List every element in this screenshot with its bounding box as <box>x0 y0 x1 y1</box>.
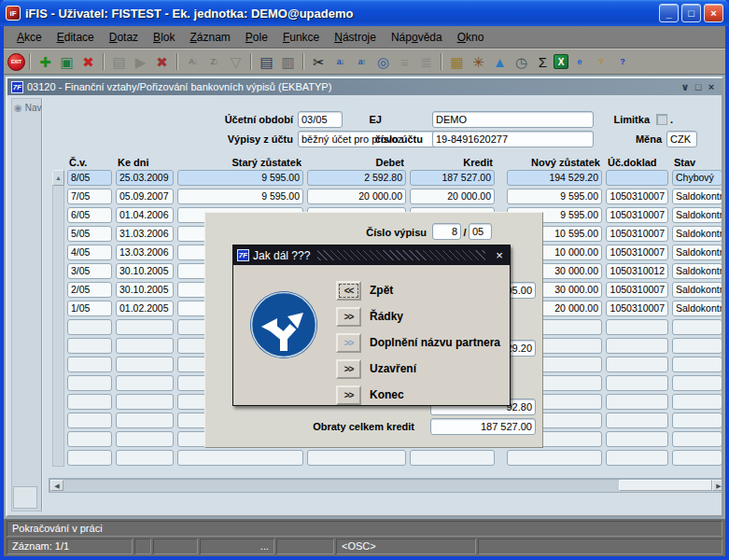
navigator-helm-icon[interactable]: ✳ <box>469 52 488 72</box>
menu-blok[interactable]: Blok <box>146 29 182 46</box>
table-cell[interactable]: 2 592.80 <box>307 170 406 186</box>
cut-icon[interactable]: ✂ <box>309 52 329 72</box>
table-cell[interactable] <box>67 431 112 447</box>
table-cell[interactable] <box>67 338 112 354</box>
execute-query-icon[interactable]: ▶ <box>131 52 150 72</box>
table-cell[interactable]: 1/05 <box>67 301 112 316</box>
table-cell[interactable] <box>606 431 668 447</box>
table-cell[interactable]: 2/05 <box>67 282 112 298</box>
table-cell[interactable] <box>116 394 174 410</box>
outline-list-icon[interactable]: ≡ <box>395 52 414 72</box>
table-cell[interactable] <box>606 413 668 428</box>
print-setup-icon[interactable]: ▥ <box>278 52 298 72</box>
table-cell[interactable]: 187 527.00 <box>410 170 495 186</box>
table-cell[interactable]: 8/05 <box>67 170 112 186</box>
dialog-button--dky[interactable]: >> <box>336 307 361 327</box>
table-cell[interactable] <box>672 319 722 335</box>
delete-record-icon[interactable]: ✖ <box>78 52 98 72</box>
editor-card-icon[interactable]: ▦ <box>447 52 467 72</box>
web-browser-icon[interactable]: e <box>569 52 589 72</box>
table-cell[interactable] <box>67 450 112 466</box>
table-cell[interactable]: 1050310007 <box>606 245 668 260</box>
scrollbar-thumb[interactable] <box>619 480 712 491</box>
table-cell[interactable] <box>672 394 722 410</box>
outline-tree-icon[interactable]: ≣ <box>416 52 436 72</box>
table-cell[interactable]: 4/05 <box>67 245 112 260</box>
table-cell[interactable]: 1050310007 <box>606 189 668 204</box>
scroll-left-icon[interactable]: ◀ <box>50 480 63 491</box>
table-cell[interactable] <box>606 319 668 335</box>
enter-query-icon[interactable]: ▤ <box>109 52 129 72</box>
form-restore-icon[interactable]: □ <box>692 81 705 92</box>
table-cell[interactable]: 01.02.2005 <box>116 301 174 316</box>
nav-toggle[interactable]: ◉Nav <box>12 99 41 117</box>
minimize-button[interactable]: _ <box>659 4 679 22</box>
table-cell[interactable] <box>67 357 112 372</box>
table-cell[interactable] <box>672 413 722 428</box>
cislo-uctu-field[interactable]: 19-8491620277 <box>432 131 594 147</box>
table-cell[interactable] <box>67 394 112 410</box>
menu-okno[interactable]: Okno <box>450 29 492 46</box>
table-cell[interactable]: 9 595.00 <box>507 189 602 204</box>
menu-npovda[interactable]: Nápověda <box>384 29 450 46</box>
form-close-icon[interactable]: × <box>705 81 718 92</box>
table-cell[interactable]: 30.10.2005 <box>116 263 174 279</box>
table-cell[interactable] <box>116 431 174 447</box>
table-cell[interactable] <box>67 375 112 391</box>
table-cell[interactable]: 20 000.00 <box>307 189 406 204</box>
table-cell[interactable] <box>116 375 174 391</box>
dialog-button-zp-t[interactable]: << <box>336 281 361 301</box>
table-cell[interactable] <box>606 394 668 410</box>
table-cell[interactable] <box>67 413 112 428</box>
paste-field-icon[interactable]: a↑ <box>352 52 372 72</box>
table-cell[interactable] <box>606 357 668 372</box>
menu-funkce[interactable]: Funkce <box>275 29 327 46</box>
table-cell[interactable]: Saldokontně <box>672 226 722 242</box>
table-cell[interactable]: 1050310007 <box>606 301 668 316</box>
table-cell[interactable]: 05.09.2007 <box>116 189 174 204</box>
dialog-button-uzav-en-[interactable]: >> <box>336 359 361 379</box>
current-record-arrow[interactable]: ▲ <box>52 170 64 186</box>
horizontal-scrollbar[interactable]: ◀ ▶ <box>49 478 722 493</box>
table-cell[interactable] <box>672 338 722 354</box>
table-cell[interactable]: Saldokontně <box>672 245 722 260</box>
ej-field[interactable]: DEMO <box>432 111 594 128</box>
table-cell[interactable]: 194 529.20 <box>507 170 602 186</box>
table-cell[interactable]: 25.03.2009 <box>116 170 174 186</box>
limitka-checkbox[interactable] <box>656 114 667 125</box>
table-cell[interactable]: 9 595.00 <box>177 170 303 186</box>
find-icon[interactable]: ◎ <box>373 52 393 72</box>
scenery-window-icon[interactable]: ▲ <box>490 52 510 72</box>
help-icon[interactable]: ? <box>612 52 632 72</box>
mena-field[interactable]: CZK <box>666 131 697 147</box>
table-cell[interactable] <box>116 357 174 372</box>
insert-record-icon[interactable]: ✚ <box>35 52 55 72</box>
maximize-button[interactable]: □ <box>681 4 701 22</box>
table-cell[interactable] <box>307 450 406 466</box>
table-cell[interactable] <box>116 338 174 354</box>
table-cell[interactable] <box>116 319 174 335</box>
menu-editace[interactable]: Editace <box>49 29 102 46</box>
table-cell[interactable] <box>116 413 174 428</box>
table-cell[interactable]: 13.03.2006 <box>116 245 174 260</box>
about-help-icon[interactable]: ? <box>591 52 610 72</box>
table-cell[interactable]: Chybový <box>672 170 722 186</box>
menu-zznam[interactable]: Záznam <box>182 29 237 46</box>
table-cell[interactable] <box>672 450 722 466</box>
table-cell[interactable]: 30.10.2005 <box>116 282 174 298</box>
table-cell[interactable] <box>606 338 668 354</box>
calendar-clock-icon[interactable]: ◷ <box>512 52 531 72</box>
menu-dotaz[interactable]: Dotaz <box>102 29 146 46</box>
table-cell[interactable]: 5/05 <box>67 226 112 242</box>
sum-sigma-icon[interactable]: Σ <box>533 52 553 72</box>
duplicate-record-icon[interactable]: ▣ <box>57 52 77 72</box>
table-cell[interactable] <box>606 450 668 466</box>
form-minimize-icon[interactable]: ∨ <box>679 81 692 93</box>
table-cell[interactable] <box>410 450 495 466</box>
table-cell[interactable] <box>606 170 668 186</box>
table-cell[interactable]: 1050310007 <box>606 282 668 298</box>
cancel-query-icon[interactable]: ✖ <box>152 52 172 72</box>
dialog-button-dopln-n-n-zvu-partnera[interactable]: >> <box>336 333 361 353</box>
menu-akce[interactable]: Akce <box>9 29 49 46</box>
table-cell[interactable]: 3/05 <box>67 263 112 279</box>
